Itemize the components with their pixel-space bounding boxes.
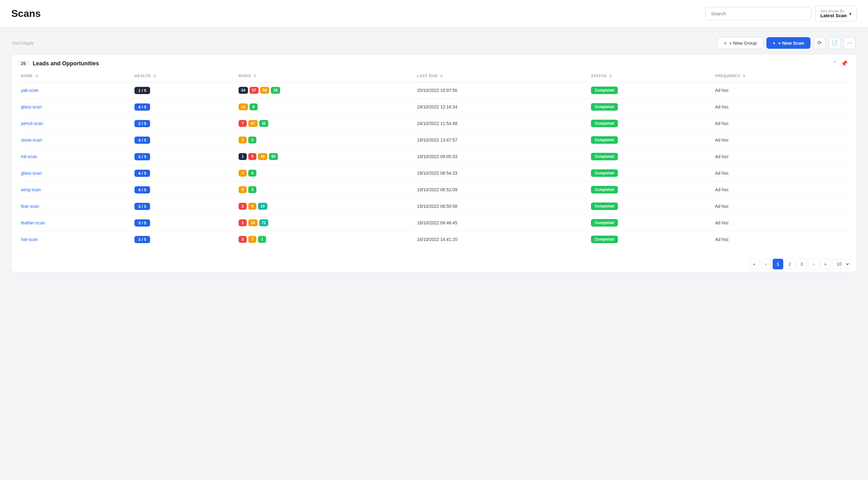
history-icon-button[interactable]: ⟳	[814, 37, 826, 49]
last-ran-cell: 18/10/2022 09:48:45	[414, 215, 588, 231]
group-actions: + + New Group + + New Scan ⟳ 📄 ⋯	[717, 37, 856, 49]
risk-badge: 11	[239, 103, 248, 110]
table-row: pencil-scan2 / 57473224/10/2022 11:54:48…	[18, 115, 850, 132]
scan-name-link[interactable]: pencil-scan	[21, 121, 43, 126]
health-badge: 2 / 5	[134, 153, 150, 160]
col-health[interactable]: HEALTH ⇅	[131, 70, 236, 82]
next-page-button[interactable]: ›	[808, 259, 819, 269]
table-row: hat-scan3 / 537116/10/2022 14:41:20Compl…	[18, 231, 850, 248]
history-icon: ⟳	[817, 40, 822, 46]
section-title: Leads and Opportunities	[33, 60, 99, 67]
status-badge: Completed	[591, 236, 618, 243]
scan-name-link[interactable]: hat-scan	[21, 237, 38, 242]
risk-badge: 7	[239, 120, 247, 127]
table-row: glass-scan4 / 54619/10/2022 08:54:33Comp…	[18, 165, 850, 182]
section-header: 26 Leads and Opportunities ⌃ 📌	[11, 54, 857, 70]
risk-badge: 47	[248, 120, 257, 127]
main-content: Red Maple + + New Group + + New Scan ⟳ 📄…	[0, 28, 868, 282]
chevron-down-icon: ▾	[849, 11, 851, 16]
page-1-button[interactable]: 1	[773, 259, 783, 269]
status-badge: Completed	[591, 153, 618, 160]
frequency-cell: Ad hoc	[712, 215, 850, 231]
sort-label-top: Sort Groups By	[820, 9, 847, 13]
frequency-cell: Ad hoc	[712, 231, 850, 248]
risk-badge: 4	[239, 170, 247, 177]
group-card: 26 Leads and Opportunities ⌃ 📌 NAME ⇅ HE…	[11, 54, 857, 272]
table-row: glass-scan4 / 511824/10/2022 12:16:34Com…	[18, 99, 850, 115]
scan-name-link[interactable]: glass-scan	[21, 171, 42, 175]
risks-cell: 46	[239, 170, 411, 177]
sort-groups-dropdown[interactable]: Sort Groups By Latest Scan ▾	[815, 6, 857, 22]
frequency-cell: Ad hoc	[712, 149, 850, 165]
health-badge: 4 / 5	[134, 136, 150, 144]
section-count: 26	[18, 60, 29, 67]
status-badge: Completed	[591, 103, 618, 110]
last-ran-cell: 19/10/2022 08:50:58	[414, 198, 588, 215]
health-badge: 4 / 5	[134, 103, 150, 110]
page-2-button[interactable]: 2	[784, 259, 795, 269]
risk-badge: 1	[258, 236, 266, 243]
collapse-icon[interactable]: ⌃	[832, 60, 837, 67]
health-badge: 3 / 5	[134, 219, 150, 227]
health-badge: 2 / 5	[134, 120, 150, 127]
risk-badge: 34	[239, 87, 248, 94]
scan-name-link[interactable]: wing-scan	[21, 187, 41, 192]
first-page-button[interactable]: «	[749, 259, 760, 269]
col-name[interactable]: NAME ⇅	[18, 70, 131, 82]
last-ran-cell: 24/10/2022 11:54:48	[414, 115, 588, 132]
risk-badge: 10	[258, 203, 267, 210]
risk-badge: 10	[248, 219, 257, 226]
risks-cell: 118	[239, 103, 411, 110]
pin-icon[interactable]: 📌	[841, 60, 848, 67]
plus-icon: +	[724, 40, 727, 45]
new-scan-button[interactable]: + + New Scan	[766, 37, 810, 49]
col-status[interactable]: STATUS ⇅	[588, 70, 712, 82]
status-badge: Completed	[591, 202, 618, 210]
scan-name-link[interactable]: glass-scan	[21, 104, 42, 109]
col-risks[interactable]: RISKS ⇅	[236, 70, 414, 82]
page-title: Scans	[11, 8, 41, 20]
risk-badge: 32	[259, 120, 268, 127]
frequency-cell: Ad hoc	[712, 115, 850, 132]
ellipsis-icon: ⋯	[847, 40, 852, 46]
status-badge: Completed	[591, 219, 618, 227]
frequency-cell: Ad hoc	[712, 99, 850, 115]
risk-badge: 1	[239, 219, 247, 226]
scan-name-link[interactable]: stove-scan	[21, 137, 42, 142]
scan-name-link[interactable]: leather-scan	[21, 220, 45, 225]
more-options-button[interactable]: ⋯	[844, 37, 856, 49]
last-ran-cell: 24/10/2022 12:16:34	[414, 99, 588, 115]
last-ran-cell: 19/10/2022 13:47:57	[414, 132, 588, 149]
section-header-right: ⌃ 📌	[832, 60, 848, 67]
page-3-button[interactable]: 3	[796, 259, 807, 269]
scan-name-link[interactable]: ink-scan	[21, 154, 37, 159]
table-row: leather-scan3 / 51107218/10/2022 09:48:4…	[18, 215, 850, 231]
search-input[interactable]	[705, 7, 811, 20]
col-frequency[interactable]: FREQUENCY ⇅	[712, 70, 850, 82]
risk-badge: 57	[250, 87, 258, 94]
risk-badge: 5	[248, 153, 256, 160]
scan-name-link[interactable]: yak-scan	[21, 88, 38, 93]
status-badge: Completed	[591, 169, 618, 177]
header-controls: Sort Groups By Latest Scan ▾	[705, 6, 857, 22]
scan-name-link[interactable]: fear-scan	[21, 204, 39, 209]
export-icon-button[interactable]: 📄	[829, 37, 840, 49]
top-header: Scans Sort Groups By Latest Scan ▾	[0, 0, 868, 28]
new-group-button[interactable]: + + New Group	[717, 37, 764, 49]
risks-cell: 11072	[239, 219, 411, 226]
last-page-button[interactable]: »	[820, 259, 831, 269]
prev-page-button[interactable]: ‹	[761, 259, 771, 269]
per-page-select[interactable]: 10 25 50	[832, 259, 850, 269]
risks-cell: 32	[239, 136, 411, 143]
risk-badge: 3	[239, 236, 247, 243]
status-badge: Completed	[591, 87, 618, 94]
col-last-ran[interactable]: LAST RAN ⇅	[414, 70, 588, 82]
risks-cell: 153050	[239, 153, 411, 160]
risks-cell: 83	[239, 186, 411, 193]
risks-cell: 371	[239, 236, 411, 243]
risks-cell: 2610	[239, 203, 411, 210]
risks-cell: 74732	[239, 120, 411, 127]
risk-badge: 72	[259, 219, 268, 226]
risk-badge: 8	[239, 186, 247, 193]
table-row: yak-scan1 / 53457581925/10/2022 10:07:56…	[18, 82, 850, 99]
